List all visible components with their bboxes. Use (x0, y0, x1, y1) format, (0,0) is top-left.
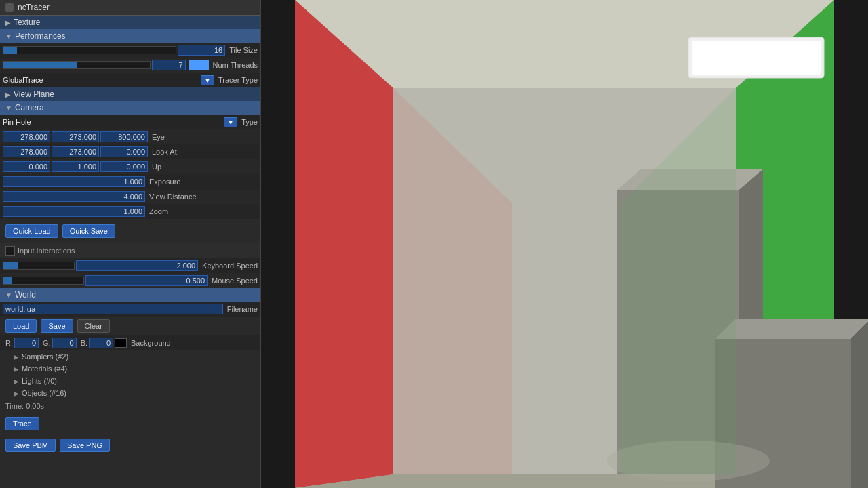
exposure-input[interactable]: 1.000 (3, 176, 145, 187)
mouse-speed-label: Mouse Speed (212, 277, 258, 285)
bg-b-label: B: (81, 339, 87, 347)
render-view (261, 0, 868, 488)
bg-b-input[interactable]: 0 (89, 338, 113, 348)
num-threads-label: Num Threads (213, 61, 258, 69)
world-content: world.lua Filename Load Save Clear R: 0 … (0, 302, 260, 399)
eye-y-input[interactable]: 273.000 (52, 131, 99, 142)
materials-arrow: ▶ (14, 365, 19, 373)
exposure-row: 1.000 Exposure (0, 174, 260, 189)
lookat-label: Look At (152, 148, 177, 156)
load-button[interactable]: Load (5, 319, 37, 333)
num-threads-thumb[interactable] (189, 60, 209, 70)
exposure-label: Exposure (149, 178, 180, 186)
input-interactions-content: 2.000 Keyboard Speed 0.500 Mouse Speed (0, 258, 260, 288)
camera-content: Pin Hole ▼ Type 278.000 273.000 -800.000… (0, 115, 260, 219)
trace-button-row: Trace (0, 413, 260, 434)
lookat-x-input[interactable]: 278.000 (3, 146, 50, 157)
camera-type-dropdown-icon[interactable]: ▼ (224, 117, 237, 127)
camera-section-header[interactable]: ▼ Camera (0, 101, 260, 115)
bg-r-input[interactable]: 0 (14, 338, 39, 348)
save-button[interactable]: Save (41, 319, 73, 333)
mouse-speed-row: 0.500 Mouse Speed (0, 273, 260, 288)
num-threads-input[interactable] (152, 60, 186, 70)
performances-section-header[interactable]: ▼ Performances (0, 29, 260, 43)
lookat-z-input[interactable]: 0.000 (100, 146, 148, 157)
save-buttons-row: Save PBM Save PNG (0, 434, 260, 456)
camera-type-row: Pin Hole ▼ Type (0, 115, 260, 129)
save-png-button[interactable]: Save PNG (60, 439, 110, 452)
keyboard-speed-input[interactable]: 2.000 (76, 260, 198, 271)
objects-item[interactable]: ▶ Objects (#16) (0, 387, 260, 399)
texture-label: Texture (14, 18, 40, 27)
tile-size-input[interactable]: 16 (178, 45, 225, 56)
tracer-type-row: GlobalTrace ▼ Tracer Type (0, 73, 260, 87)
bg-g-input[interactable]: 0 (52, 338, 77, 348)
texture-arrow: ▶ (5, 19, 11, 26)
background-label: Background (131, 339, 171, 347)
app-icon (5, 3, 14, 12)
view-distance-row: 4.000 View Distance (0, 189, 260, 204)
zoom-row: 1.000 Zoom (0, 204, 260, 219)
objects-label: Objects (#16) (22, 389, 66, 397)
objects-arrow: ▶ (14, 390, 19, 397)
svg-marker-14 (715, 319, 868, 339)
mouse-speed-input[interactable]: 0.500 (85, 275, 208, 286)
clear-button[interactable]: Clear (77, 319, 110, 333)
view-distance-input[interactable]: 4.000 (3, 191, 145, 202)
up-label: Up (152, 163, 161, 171)
zoom-input[interactable]: 1.000 (3, 206, 145, 217)
quick-load-button[interactable]: Quick Load (5, 224, 58, 238)
filename-input[interactable]: world.lua (3, 304, 223, 314)
lights-arrow: ▶ (14, 378, 19, 385)
world-action-buttons: Load Save Clear (0, 317, 260, 336)
view-plane-section-header[interactable]: ▶ View Plane (0, 87, 260, 101)
num-threads-slider[interactable] (3, 61, 151, 69)
eye-x-input[interactable]: 278.000 (3, 131, 50, 142)
time-status: Time: 0.00s (0, 399, 260, 413)
performances-content: 16 Tile Size Num Threads GlobalTrace ▼ T… (0, 43, 260, 87)
filename-row: world.lua Filename (0, 302, 260, 317)
eye-z-input[interactable]: -800.000 (100, 131, 148, 142)
world-arrow: ▼ (5, 291, 12, 299)
performances-arrow: ▼ (5, 33, 12, 40)
materials-item[interactable]: ▶ Materials (#4) (0, 363, 260, 375)
bg-r-label: R: (5, 339, 13, 347)
tile-size-label: Tile Size (229, 46, 258, 54)
tracer-type-value: GlobalTrace (3, 76, 199, 84)
lookat-y-input[interactable]: 273.000 (52, 146, 99, 157)
camera-type-label: Type (241, 118, 258, 126)
tile-size-slider[interactable] (3, 46, 176, 54)
up-y-input[interactable]: 1.000 (52, 161, 99, 172)
samplers-label: Samplers (#2) (22, 352, 68, 361)
input-interactions-label: Input Interactions (18, 247, 75, 255)
save-pbm-button[interactable]: Save PBM (5, 439, 56, 452)
title-bar: ncTracer (0, 0, 260, 16)
sidebar: ncTracer ▶ Texture ▼ Performances 16 Til… (0, 0, 261, 488)
performances-label: Performances (15, 31, 66, 41)
app-title: ncTracer (18, 3, 50, 12)
trace-button[interactable]: Trace (5, 417, 39, 430)
background-row: R: 0 G: 0 B: 0 Background (0, 336, 260, 350)
keyboard-speed-slider[interactable] (3, 262, 75, 270)
lights-item[interactable]: ▶ Lights (#0) (0, 375, 260, 387)
materials-label: Materials (#4) (22, 365, 67, 373)
eye-label: Eye (152, 133, 165, 141)
time-label: Time: 0.00s (5, 402, 44, 410)
quick-save-button[interactable]: Quick Save (62, 224, 115, 238)
up-z-input[interactable]: 0.000 (100, 161, 148, 172)
input-interactions-checkbox[interactable] (5, 246, 15, 256)
view-plane-label: View Plane (14, 89, 54, 99)
tile-size-row: 16 Tile Size (0, 43, 260, 58)
camera-lookat-row: 278.000 273.000 0.000 Look At (0, 144, 260, 159)
texture-section-header[interactable]: ▶ Texture (0, 16, 260, 29)
world-label: World (15, 290, 36, 300)
mouse-speed-fill (3, 277, 12, 284)
tile-size-fill (3, 47, 17, 54)
samplers-item[interactable]: ▶ Samplers (#2) (0, 350, 260, 363)
keyboard-speed-row: 2.000 Keyboard Speed (0, 258, 260, 273)
tracer-type-dropdown-icon[interactable]: ▼ (201, 75, 214, 85)
world-section-header[interactable]: ▼ World (0, 288, 260, 302)
mouse-speed-slider[interactable] (3, 277, 84, 285)
up-x-input[interactable]: 0.000 (3, 161, 50, 172)
camera-type-value: Pin Hole (3, 118, 222, 126)
